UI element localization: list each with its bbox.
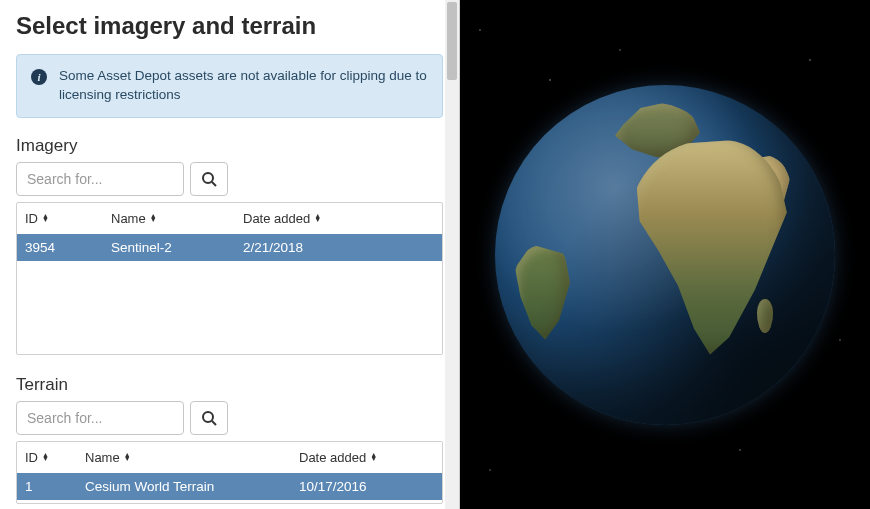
left-panel: Select imagery and terrain i Some Asset … [0,0,460,509]
scrollbar[interactable] [445,0,459,509]
svg-line-3 [212,421,216,425]
sort-icon: ▲▼ [42,453,49,461]
col-name-label: Name [111,211,146,226]
cell-date: 10/17/2016 [291,478,442,495]
page-title: Select imagery and terrain [16,12,443,40]
col-id-label: ID [25,450,38,465]
app-root: Select imagery and terrain i Some Asset … [0,0,870,509]
imagery-table: ID ▲▼ Name ▲▼ Date added ▲▼ 3954 Sentine… [16,202,443,355]
col-date-label: Date added [243,211,310,226]
sort-icon: ▲▼ [124,453,131,461]
imagery-col-name[interactable]: Name ▲▼ [103,209,235,228]
col-name-label: Name [85,450,120,465]
terrain-col-date[interactable]: Date added ▲▼ [291,448,442,467]
imagery-col-date[interactable]: Date added ▲▼ [235,209,442,228]
imagery-row[interactable]: 3954 Sentinel-2 2/21/2018 [17,234,442,261]
svg-point-0 [203,173,213,183]
globe-viewer[interactable] [460,0,870,509]
cell-date: 2/21/2018 [235,239,442,256]
scrollbar-thumb[interactable] [447,2,457,80]
imagery-col-id[interactable]: ID ▲▼ [17,209,103,228]
info-icon: i [31,69,47,85]
imagery-search-input[interactable] [16,162,184,196]
imagery-label: Imagery [16,136,443,156]
info-text: Some Asset Depot assets are not availabl… [59,67,428,105]
sort-icon: ▲▼ [370,453,377,461]
landmass-south-america [515,245,570,340]
svg-point-2 [203,412,213,422]
search-icon [201,171,217,187]
sort-icon: ▲▼ [314,214,321,222]
terrain-search-row [16,401,443,435]
terrain-tbody: 1 Cesium World Terrain 10/17/2016 [17,473,442,503]
imagery-thead: ID ▲▼ Name ▲▼ Date added ▲▼ [17,203,442,234]
terrain-thead: ID ▲▼ Name ▲▼ Date added ▲▼ [17,442,442,473]
terrain-search-button[interactable] [190,401,228,435]
cell-id: 3954 [17,239,103,256]
terrain-label: Terrain [16,375,443,395]
imagery-search-button[interactable] [190,162,228,196]
terrain-row[interactable]: 1 Cesium World Terrain 10/17/2016 [17,473,442,500]
sort-icon: ▲▼ [150,214,157,222]
landmass-madagascar [757,299,773,333]
sort-icon: ▲▼ [42,214,49,222]
cell-name: Cesium World Terrain [77,478,291,495]
terrain-table: ID ▲▼ Name ▲▼ Date added ▲▼ 1 Cesium Wor… [16,441,443,504]
col-id-label: ID [25,211,38,226]
info-banner: i Some Asset Depot assets are not availa… [16,54,443,118]
svg-line-1 [212,182,216,186]
col-date-label: Date added [299,450,366,465]
terrain-col-name[interactable]: Name ▲▼ [77,448,291,467]
imagery-search-row [16,162,443,196]
terrain-search-input[interactable] [16,401,184,435]
globe[interactable] [495,85,835,425]
cell-id: 1 [17,478,77,495]
imagery-tbody: 3954 Sentinel-2 2/21/2018 [17,234,442,354]
terrain-col-id[interactable]: ID ▲▼ [17,448,77,467]
cell-name: Sentinel-2 [103,239,235,256]
search-icon [201,410,217,426]
